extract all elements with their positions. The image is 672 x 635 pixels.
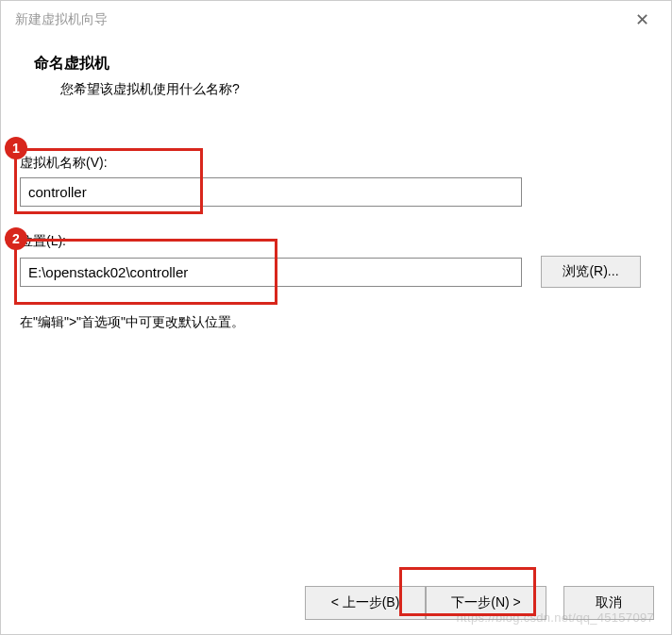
window-title: 新建虚拟机向导: [15, 11, 108, 28]
hint-text: 在"编辑">"首选项"中可更改默认位置。: [20, 314, 652, 331]
vm-name-group: 虚拟机名称(V):: [20, 155, 652, 207]
location-row: 浏览(R)...: [20, 256, 652, 288]
button-bar: < 上一步(B) 下一步(N) > 取消: [1, 572, 671, 634]
next-button[interactable]: 下一步(N) >: [426, 586, 546, 620]
cancel-button[interactable]: 取消: [563, 586, 654, 620]
location-label: 位置(L):: [20, 233, 652, 250]
vm-name-input[interactable]: [20, 177, 522, 207]
annotation-badge-2: 2: [5, 227, 27, 250]
close-icon[interactable]: ✕: [628, 6, 657, 34]
location-input[interactable]: [20, 258, 522, 287]
vm-name-label: 虚拟机名称(V):: [20, 155, 652, 172]
wizard-content: 虚拟机名称(V): 位置(L): 浏览(R)... 在"编辑">"首选项"中可更…: [1, 117, 671, 350]
back-button[interactable]: < 上一步(B): [305, 586, 426, 620]
annotation-badge-1: 1: [5, 137, 27, 159]
page-title: 命名虚拟机: [34, 54, 638, 74]
page-subtitle: 您希望该虚拟机使用什么名称?: [34, 81, 638, 98]
location-group: 位置(L): 浏览(R)...: [20, 233, 652, 288]
wizard-window: 新建虚拟机向导 ✕ 命名虚拟机 您希望该虚拟机使用什么名称? 虚拟机名称(V):…: [0, 0, 672, 635]
browse-button[interactable]: 浏览(R)...: [541, 256, 641, 288]
titlebar: 新建虚拟机向导 ✕: [1, 1, 671, 39]
wizard-header: 命名虚拟机 您希望该虚拟机使用什么名称?: [1, 39, 671, 117]
